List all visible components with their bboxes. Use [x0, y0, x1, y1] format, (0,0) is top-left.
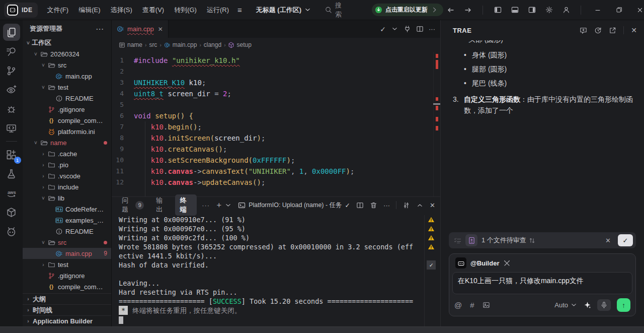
nav-back-button[interactable]: [443, 3, 458, 17]
explorer-more-actions-icon[interactable]: ···: [96, 25, 104, 33]
tree-item-src[interactable]: ˅src: [23, 59, 111, 71]
panel-tab-问题[interactable]: 问题9: [117, 194, 149, 216]
activity-item-remote[interactable]: [3, 119, 20, 137]
editor-more-actions-icon[interactable]: ···: [429, 25, 435, 33]
tree-item-test[interactable]: ˅test: [23, 82, 111, 93]
window-close-button[interactable]: [630, 3, 644, 17]
breadcrumb-clangd[interactable]: clangd: [204, 41, 221, 48]
tree-item-examples_ardui...[interactable]: examples_ardui...: [23, 215, 111, 226]
activity-item-package[interactable]: [3, 204, 20, 221]
tree-item-.pio[interactable]: ›.pio: [23, 159, 111, 170]
code-editor[interactable]: 1#include "unihiker_k10.h"23UNIHIKER_K10…: [112, 52, 440, 196]
panel-tab-输出[interactable]: 输出: [151, 194, 173, 216]
tree-item-README[interactable]: README: [23, 93, 111, 104]
send-button[interactable]: ↑: [617, 298, 630, 312]
tree-item-name[interactable]: ˅name: [23, 137, 111, 148]
toggle-right-sidebar-button[interactable]: [524, 3, 539, 17]
run-dropdown-icon[interactable]: [391, 25, 398, 33]
attach-image-icon[interactable]: [482, 301, 490, 309]
split-terminal-icon[interactable]: [356, 202, 364, 209]
tree-item-include[interactable]: ›include: [23, 181, 111, 192]
close-trae-panel-icon[interactable]: ✕: [631, 26, 637, 34]
breadcrumb-main.cpp[interactable]: Cmain.cpp: [164, 41, 197, 48]
run-check-icon[interactable]: ✓: [380, 25, 386, 33]
tree-item-.gitignore[interactable]: .gitignore: [23, 270, 111, 281]
tree-item-platformio.ini[interactable]: platformio.ini: [23, 126, 111, 137]
tree-item-.gitignore[interactable]: .gitignore: [23, 104, 111, 115]
menu-1[interactable]: 文件(F): [43, 4, 73, 17]
activity-item-source-control[interactable]: [3, 62, 20, 79]
maximize-panel-icon[interactable]: [416, 202, 424, 209]
app-logo[interactable]: IDE: [4, 3, 38, 18]
activity-item-eye[interactable]: [3, 81, 20, 98]
composer-input[interactable]: 在K10上画一只猫，只修改main.cpp文件: [452, 272, 632, 294]
tree-item-compile_comman...[interactable]: {}compile_comman...: [23, 115, 111, 126]
activity-item-test-flask[interactable]: [3, 165, 20, 182]
mention-icon[interactable]: @: [454, 301, 462, 309]
chat-history-icon[interactable]: [594, 27, 602, 34]
terminal-task-item[interactable]: PlatformIO: Upload (name) - 任务 ✓: [238, 201, 350, 210]
activity-item-explorer[interactable]: [3, 24, 20, 41]
accept-all-button[interactable]: ✓: [618, 234, 633, 246]
restart-to-update-button[interactable]: 点击重启以更新: [372, 4, 443, 16]
more-menus-icon[interactable]: ≡: [233, 4, 246, 16]
panel-settings-icon[interactable]: [403, 202, 410, 209]
chat-transcript[interactable]: • 头部 (圆形)•身体 (圆形)•腿部 (圆形)•尾巴 (线条)3.自定义三角…: [441, 40, 644, 226]
activity-item-platformio[interactable]: [3, 223, 20, 240]
new-terminal-icon[interactable]: ＋: [215, 200, 223, 211]
window-minimize-button[interactable]: [588, 3, 607, 17]
tree-item-20260324[interactable]: ˅20260324: [23, 48, 111, 59]
panel-tab-终端[interactable]: 终端: [175, 194, 197, 216]
tree-item-main.cpp[interactable]: Cmain.cpp9: [23, 248, 111, 259]
activity-item-aws[interactable]: aws: [3, 184, 20, 202]
toggle-bottom-panel-button[interactable]: [507, 3, 522, 17]
new-chat-icon[interactable]: [580, 27, 587, 34]
toggle-left-sidebar-button[interactable]: [490, 3, 505, 17]
open-in-window-icon[interactable]: [609, 27, 616, 34]
breadcrumb-src[interactable]: src: [149, 41, 157, 48]
tree-item-main.cpp[interactable]: Cmain.cpp: [23, 71, 111, 82]
account-icon[interactable]: [558, 3, 574, 17]
tree-item-src[interactable]: ˅src: [23, 237, 111, 248]
tree-item-CodeReference_...[interactable]: CodeReference_...: [23, 204, 111, 215]
menu-3[interactable]: 选择(S): [106, 4, 136, 17]
tab-close-icon[interactable]: ✕: [158, 26, 163, 33]
breadcrumb-setup[interactable]: setup: [228, 41, 251, 48]
sidebar-section-Application Builder[interactable]: ›Application Builder: [23, 315, 111, 326]
review-label-wrap[interactable]: 1 个文件待审查: [481, 236, 536, 245]
tree-item-test[interactable]: ›test: [23, 259, 111, 270]
menu-5[interactable]: 转到(G): [170, 4, 201, 17]
tree-item-README[interactable]: README: [23, 226, 111, 237]
tree-item-.cache[interactable]: ›.cache: [23, 148, 111, 159]
menu-2[interactable]: 编辑(E): [74, 4, 105, 17]
sidebar-section-时间线[interactable]: ›时间线: [23, 304, 111, 315]
kill-terminal-icon[interactable]: [370, 202, 377, 209]
hashtag-icon[interactable]: #: [470, 301, 474, 309]
serial-plug-icon[interactable]: [404, 25, 411, 33]
activity-item-search[interactable]: [3, 43, 20, 60]
nav-forward-button[interactable]: [460, 3, 475, 17]
tree-item-lib[interactable]: ˅lib: [23, 192, 111, 204]
dismiss-review-icon[interactable]: ✕: [602, 237, 614, 244]
enhance-prompt-icon[interactable]: [584, 301, 591, 309]
menu-4[interactable]: 查看(V): [138, 4, 169, 17]
overview-slider[interactable]: [433, 103, 440, 105]
activity-item-debug[interactable]: [3, 100, 20, 117]
voice-input-button[interactable]: [597, 299, 611, 311]
panel-tabs-more-icon[interactable]: ···: [199, 202, 213, 209]
settings-gear-icon[interactable]: [541, 3, 556, 17]
terminal-dropdown-icon[interactable]: [224, 202, 232, 209]
sidebar-section-大纲[interactable]: ›大纲: [23, 293, 111, 304]
tree-item-workspace-root[interactable]: ˅工作区: [23, 37, 111, 48]
file-diff-icon[interactable]: [465, 234, 477, 246]
tree-item-.vscode[interactable]: ›.vscode: [23, 170, 111, 181]
global-search[interactable]: 搜索: [325, 1, 342, 19]
panel-more-actions-icon[interactable]: ···: [383, 202, 390, 209]
breadcrumb-name[interactable]: name: [119, 41, 142, 48]
split-editor-icon[interactable]: [416, 25, 424, 33]
terminal-output[interactable]: ✓Writing at 0x000910e7... (91 %)Writing …: [112, 213, 440, 326]
menu-6[interactable]: 运行(R): [202, 4, 233, 17]
activity-item-extensions[interactable]: 1: [3, 146, 20, 163]
window-restore-button[interactable]: [609, 3, 628, 17]
agent-tools-icon[interactable]: [503, 259, 511, 267]
